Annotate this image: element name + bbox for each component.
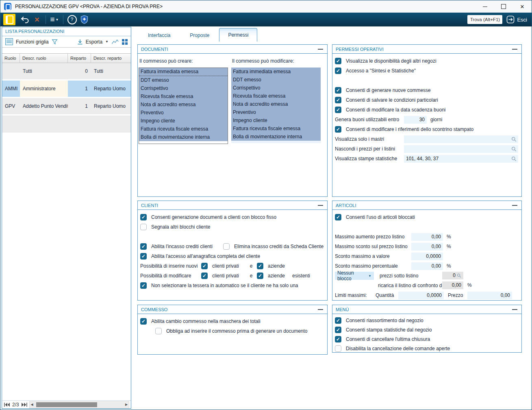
checkbox[interactable]: [140, 282, 147, 289]
table-row[interactable]: Tutti 0 Tutti: [2, 63, 131, 79]
tab-interfaccia[interactable]: Interfaccia: [138, 29, 180, 41]
collapse-icon[interactable]: [512, 49, 517, 50]
checkbox[interactable]: [140, 224, 147, 230]
sconto-valore-input[interactable]: 0,0000: [411, 253, 443, 260]
checkbox[interactable]: [335, 327, 341, 333]
sconto-percentuale-input[interactable]: 0,00: [411, 262, 443, 270]
list-item[interactable]: DDT emesso: [231, 76, 321, 84]
ricarica-input[interactable]: 0,00: [442, 281, 463, 289]
quantita-input[interactable]: 0,0000: [398, 292, 444, 299]
checkbox[interactable]: [223, 243, 230, 250]
horizontal-scrollbar[interactable]: ◀ ▶: [29, 401, 129, 408]
list-item[interactable]: Fattura immediata emessa: [139, 68, 228, 76]
list-item[interactable]: Nota di accredito emessa: [231, 100, 321, 108]
col-ruolo[interactable]: Ruolo: [2, 54, 20, 63]
checkbox[interactable]: [335, 126, 341, 133]
collapse-icon[interactable]: [318, 49, 323, 50]
layout-grid-icon[interactable]: [122, 39, 128, 45]
blocco-dropdown[interactable]: Nessun blocco ▼: [335, 272, 374, 280]
checkbox[interactable]: [155, 328, 162, 334]
checkbox[interactable]: [335, 345, 341, 352]
list-item[interactable]: Impegno cliente: [231, 116, 321, 124]
list-item[interactable]: Ricevuta fiscale emessa: [231, 92, 321, 100]
table-row-empty[interactable]: [2, 116, 131, 133]
list-item[interactable]: Fattura immediata emessa: [231, 68, 321, 76]
list-item[interactable]: Corrispettivo: [231, 84, 321, 92]
checkbox[interactable]: [201, 263, 208, 269]
close-button[interactable]: ✕: [513, 0, 532, 13]
undo-button[interactable]: [19, 14, 31, 25]
checkbox[interactable]: [335, 214, 341, 220]
search-icon[interactable]: [511, 146, 517, 152]
aumento-input[interactable]: 0,00: [411, 233, 443, 241]
table-row[interactable]: GPV Addetto Punto Vendita 1 Reparto Uomo: [2, 98, 131, 114]
scrollbar-track[interactable]: [35, 402, 124, 407]
search-icon[interactable]: [511, 137, 517, 142]
help-button[interactable]: ?: [66, 14, 78, 25]
checkbox[interactable]: [257, 273, 263, 279]
list-item[interactable]: Corrispettivo: [139, 84, 228, 92]
checkbox[interactable]: [140, 318, 147, 325]
checkbox[interactable]: [335, 87, 341, 94]
checkbox-label: Abilita cambio commesso nella maschera d…: [151, 318, 261, 324]
checkbox[interactable]: [335, 317, 341, 324]
col-descr-ruolo[interactable]: Descr. ruolo: [20, 54, 68, 63]
col-reparto[interactable]: Reparto: [68, 54, 91, 63]
collapse-icon[interactable]: [512, 309, 517, 310]
checkbox[interactable]: [140, 214, 147, 220]
checkbox[interactable]: [335, 68, 341, 74]
chart-icon[interactable]: [111, 39, 119, 45]
list-item[interactable]: Preventivo: [231, 108, 321, 116]
list-item[interactable]: Bolla di movimentazione interna: [231, 133, 321, 141]
menu-button[interactable]: ≡▼: [48, 14, 61, 25]
first-page-button[interactable]: [4, 403, 10, 407]
stampe-lookup-input[interactable]: 101, 44, 30, 37: [404, 155, 518, 163]
col-descr-reparto[interactable]: Descr. reparto: [91, 54, 131, 63]
grid-functions-button[interactable]: Funzioni griglia: [16, 39, 49, 45]
tab-proposte[interactable]: Proposte: [180, 29, 219, 41]
cell-descr-ruolo-editing[interactable]: Amministratore: [20, 81, 68, 97]
checkbox[interactable]: [335, 107, 341, 113]
list-item[interactable]: Nota di accredito emessa: [139, 100, 228, 109]
scroll-right-icon[interactable]: ▶: [124, 403, 129, 406]
list-item[interactable]: Preventivo: [139, 109, 228, 117]
export-button[interactable]: Esporta: [86, 39, 102, 45]
last-page-button[interactable]: [22, 403, 28, 407]
collapse-icon[interactable]: [318, 205, 323, 206]
delete-button[interactable]: ✕: [31, 14, 43, 25]
list-item[interactable]: Fattura ricevuta fiscale emessa: [231, 124, 321, 133]
exit-button[interactable]: Esci: [506, 15, 527, 24]
checkbox[interactable]: [257, 263, 263, 269]
checkbox[interactable]: [335, 97, 341, 103]
checkbox[interactable]: [335, 58, 341, 64]
list-item[interactable]: Ricevuta fiscale emessa: [139, 92, 228, 100]
blocco-count-input[interactable]: 0: [442, 272, 463, 279]
collapse-icon[interactable]: [512, 205, 517, 206]
collapse-icon[interactable]: [318, 309, 323, 310]
listini-lookup-input[interactable]: [404, 145, 518, 153]
pin-button[interactable]: [78, 14, 90, 25]
checkbox[interactable]: [335, 336, 341, 342]
list-item[interactable]: Impegno cliente: [139, 117, 228, 125]
active-module-button[interactable]: [3, 14, 15, 25]
table-row-selected[interactable]: AMMI Amministratore 1 Reparto Uomo: [2, 81, 131, 97]
scrollbar-thumb[interactable]: [36, 402, 97, 407]
maximize-button[interactable]: [494, 0, 513, 13]
sconto-listino-input[interactable]: 0,00: [411, 243, 443, 251]
list-item[interactable]: DDT emesso: [139, 76, 228, 84]
genera-buoni-input[interactable]: 30: [404, 116, 427, 124]
search-icon[interactable]: [511, 156, 517, 161]
find-shortcut-button[interactable]: Trova (Alt+F1): [467, 15, 502, 24]
search-icon[interactable]: [457, 273, 461, 278]
minimize-button[interactable]: [476, 0, 494, 13]
mastri-lookup-input[interactable]: [404, 135, 518, 143]
tab-permessi[interactable]: Permessi: [219, 28, 257, 41]
scroll-left-icon[interactable]: ◀: [30, 403, 35, 406]
checkbox[interactable]: [201, 273, 208, 279]
filter-icon[interactable]: [52, 39, 58, 45]
prezzo-input[interactable]: 0,00: [467, 292, 512, 299]
checkbox[interactable]: [140, 243, 147, 250]
list-item[interactable]: Fattura ricevuta fiscale emessa: [139, 125, 228, 133]
list-item[interactable]: Bolla di movimentazione interna: [139, 133, 228, 141]
checkbox[interactable]: [140, 253, 147, 260]
